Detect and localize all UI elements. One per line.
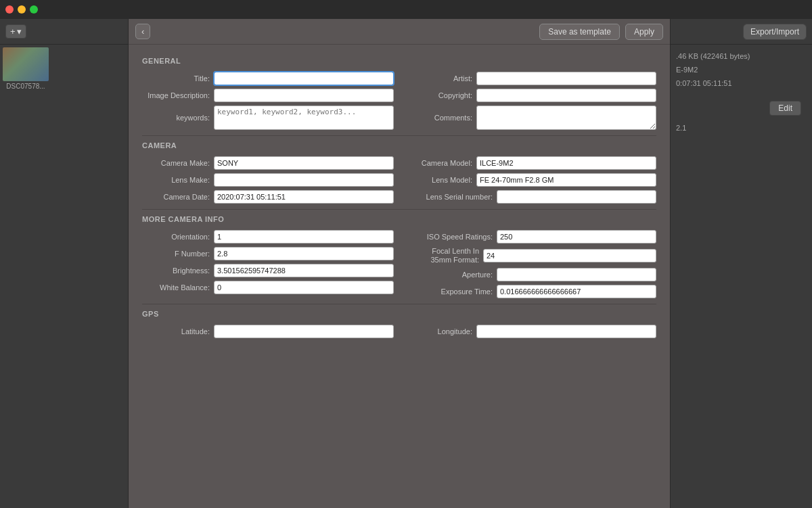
- aperture-input[interactable]: [497, 268, 656, 281]
- lens-model-input[interactable]: [476, 173, 656, 187]
- brightness-row: Brightness:: [142, 264, 394, 277]
- white-balance-label: White Balance:: [142, 283, 210, 292]
- more-camera-right: ISO Speed Ratings: Focal Lenth In35mm Fo…: [405, 230, 656, 298]
- file-size: .46 KB (422461 bytes): [676, 50, 807, 64]
- main-layout: + ▾ DSC07578... ‹ Save as template Apply…: [0, 19, 812, 508]
- thumbnail-image: [3, 47, 49, 81]
- title-bar: [0, 0, 812, 19]
- brightness-input[interactable]: [214, 264, 394, 277]
- orientation-input[interactable]: [214, 230, 394, 244]
- title-input[interactable]: [214, 72, 394, 85]
- fnumber-row: F Number:: [142, 247, 394, 260]
- latitude-row: Latitude:: [142, 325, 394, 338]
- maximize-button[interactable]: [30, 5, 38, 14]
- lens-make-label: Lens Make:: [142, 176, 210, 184]
- add-button-chevron: ▾: [17, 26, 22, 37]
- metadata-content: GENERAL Title: Image Description: keywor…: [129, 45, 670, 508]
- focal-length-label: Focal Lenth In35mm Format:: [405, 247, 479, 264]
- general-right: Artist: Copyright: Comments:: [405, 72, 656, 130]
- edit-button[interactable]: Edit: [769, 101, 801, 116]
- lens-serial-input[interactable]: [497, 190, 656, 204]
- artist-row: Artist:: [405, 72, 656, 85]
- brightness-label: Brightness:: [142, 267, 210, 275]
- gps-section-header: GPS: [142, 310, 656, 318]
- camera-make-input[interactable]: [214, 156, 394, 170]
- camera-date-input[interactable]: [214, 190, 394, 204]
- artist-input[interactable]: [476, 72, 656, 85]
- lens-model-label: Lens Model:: [405, 176, 472, 184]
- file-model: E-9M2: [676, 64, 807, 77]
- metadata-toolbar: ‹ Save as template Apply: [129, 19, 670, 45]
- save-template-button[interactable]: Save as template: [539, 24, 620, 40]
- image-description-row: Image Description:: [142, 89, 394, 102]
- image-description-label: Image Description:: [142, 91, 210, 99]
- exposure-time-row: Exposure Time:: [405, 285, 656, 298]
- copyright-row: Copyright:: [405, 89, 656, 102]
- focal-length-row: Focal Lenth In35mm Format:: [405, 247, 656, 264]
- right-toolbar: Export/Import: [671, 19, 812, 45]
- iso-row: ISO Speed Ratings:: [405, 230, 656, 244]
- fnumber-input[interactable]: [214, 247, 394, 260]
- file-datetime: 0:07:31 05:11:51: [676, 77, 807, 91]
- aperture-label: Aperture:: [405, 271, 493, 279]
- exposure-time-input[interactable]: [497, 285, 656, 298]
- gps-left: Latitude:: [142, 325, 394, 338]
- gps-form-grid: Latitude: Longitude:: [142, 325, 656, 338]
- white-balance-input[interactable]: [214, 281, 394, 294]
- comments-label: Comments:: [405, 114, 472, 122]
- comments-input[interactable]: [476, 106, 656, 130]
- close-button[interactable]: [5, 5, 14, 14]
- camera-section-header: CAMERA: [142, 141, 656, 149]
- iso-label: ISO Speed Ratings:: [405, 233, 493, 241]
- right-info: .46 KB (422461 bytes) E-9M2 0:07:31 05:1…: [671, 45, 812, 95]
- general-section-header: GENERAL: [142, 57, 656, 65]
- lens-model-row: Lens Model:: [405, 173, 656, 187]
- latitude-input[interactable]: [214, 325, 394, 338]
- lens-make-row: Lens Make:: [142, 173, 394, 187]
- orientation-label: Orientation:: [142, 233, 210, 241]
- lens-serial-row: Lens Serial number:: [405, 190, 656, 204]
- image-description-input[interactable]: [214, 89, 394, 102]
- apply-button[interactable]: Apply: [625, 24, 663, 40]
- thumbnail[interactable]: [3, 47, 49, 81]
- lens-make-input[interactable]: [214, 173, 394, 187]
- camera-model-input[interactable]: [476, 156, 656, 170]
- right-panel: Export/Import .46 KB (422461 bytes) E-9M…: [670, 19, 812, 508]
- general-left: Title: Image Description: keywords:: [142, 72, 394, 130]
- divider-2: [142, 209, 656, 210]
- aperture-row: Aperture:: [405, 268, 656, 281]
- iso-input[interactable]: [497, 230, 656, 244]
- back-button[interactable]: ‹: [135, 24, 150, 39]
- add-button[interactable]: + ▾: [5, 24, 26, 39]
- gps-right: Longitude:: [405, 325, 656, 338]
- comments-row: Comments:: [405, 106, 656, 130]
- more-camera-section-header: MORE CAMERA INFO: [142, 215, 656, 223]
- plus-icon: +: [10, 26, 16, 37]
- artist-label: Artist:: [405, 74, 472, 83]
- title-label: Title:: [142, 74, 210, 83]
- focal-length-input[interactable]: [483, 249, 656, 262]
- keywords-row: keywords:: [142, 106, 394, 130]
- divider-3: [142, 304, 656, 304]
- minimize-button[interactable]: [18, 5, 26, 14]
- export-import-button[interactable]: Export/Import: [743, 24, 807, 40]
- traffic-lights: [5, 5, 38, 14]
- lens-serial-label: Lens Serial number:: [405, 193, 493, 201]
- white-balance-row: White Balance:: [142, 281, 394, 294]
- keywords-label: keywords:: [142, 114, 210, 122]
- longitude-input[interactable]: [476, 325, 656, 338]
- orientation-row: Orientation:: [142, 230, 394, 244]
- camera-date-row: Camera Date:: [142, 190, 394, 204]
- camera-model-label: Camera Model:: [405, 159, 472, 167]
- thumbnail-container: DSC07578...: [0, 45, 128, 93]
- version-info: 2.1: [671, 121, 812, 135]
- edit-btn-container: Edit: [671, 95, 812, 121]
- longitude-row: Longitude:: [405, 325, 656, 338]
- camera-model-row: Camera Model:: [405, 156, 656, 170]
- copyright-label: Copyright:: [405, 91, 472, 99]
- latitude-label: Latitude:: [142, 327, 210, 336]
- keywords-input[interactable]: [214, 106, 394, 130]
- copyright-input[interactable]: [476, 89, 656, 102]
- exposure-time-label: Exposure Time:: [405, 287, 493, 296]
- more-camera-form-grid: Orientation: F Number: Brightness: White…: [142, 230, 656, 298]
